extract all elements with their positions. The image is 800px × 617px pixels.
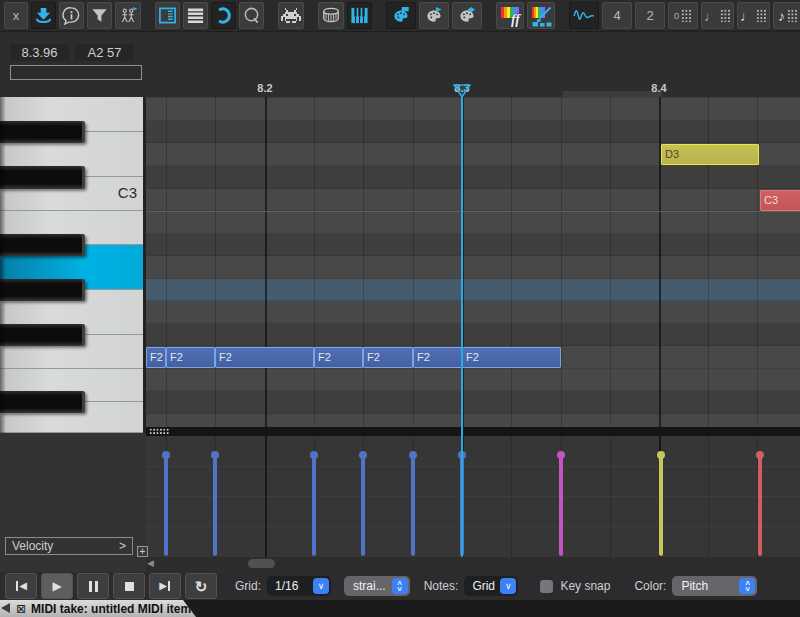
velocity-stem-yellow[interactable] (659, 453, 663, 556)
division-2-button[interactable]: 2 (635, 2, 665, 29)
grid-row-as2[interactable] (146, 234, 800, 256)
piano-key-ds2[interactable] (0, 391, 85, 413)
invader-icon (281, 7, 301, 24)
midi-take-tab[interactable]: ⊠ MIDI take: untitled MIDI item (0, 600, 200, 617)
color-velocity-button[interactable]: ff (496, 2, 524, 29)
velocity-stem-cap[interactable] (557, 451, 565, 459)
midi-note-f2[interactable]: F2 (166, 347, 215, 368)
grid-row-c3[interactable] (146, 189, 800, 211)
grid-row-b2[interactable] (146, 211, 800, 234)
division-4-button[interactable]: 4 (602, 2, 632, 29)
note-color-triangle-button[interactable] (419, 2, 449, 29)
velocity-lane[interactable] (146, 436, 800, 557)
dock-toggle-button[interactable] (211, 2, 236, 29)
piano-roll-grid[interactable]: F2F2F2F2F2F2F2D3C3 (146, 97, 800, 433)
midi-note-f2[interactable]: F2 (146, 347, 166, 368)
velocity-stem-cap[interactable] (310, 451, 318, 459)
color-mode-select[interactable]: Pitch ∧∨ (672, 576, 757, 596)
playhead-marker[interactable] (453, 84, 471, 102)
velocity-stem-red[interactable] (758, 453, 762, 556)
grid-row-gs2[interactable] (146, 279, 800, 301)
grid-size-dropdown[interactable]: 1/16 ∨ (267, 576, 331, 596)
cc-lane-selector[interactable]: Velocity > (5, 537, 133, 555)
velocity-grid-line (146, 526, 800, 527)
midi-note-f2[interactable]: F2 (413, 347, 462, 368)
lane-resize-grip-icon[interactable] (149, 428, 169, 435)
velocity-stem-magenta[interactable] (559, 453, 563, 556)
key-snap-checkbox[interactable] (540, 580, 553, 593)
velocity-stem-blue[interactable] (361, 453, 365, 556)
velocity-stem-cap[interactable] (359, 451, 367, 459)
piano-key-ds3[interactable] (0, 121, 85, 143)
pause-button[interactable] (77, 573, 109, 599)
scroll-left-arrow[interactable]: ◀ (147, 558, 154, 568)
note-whole-button[interactable]: o (668, 2, 698, 29)
note-half-button[interactable]: ♩ (701, 2, 734, 29)
horizontal-scrollbar-thumb[interactable] (248, 559, 275, 568)
grid-row-e2[interactable] (146, 369, 800, 391)
filter-events-button[interactable] (87, 2, 112, 29)
swing-select[interactable]: strai... ∧∨ (344, 576, 410, 596)
repeat-button[interactable]: ↻ (185, 573, 217, 599)
note-eighth-button[interactable]: ♪ (773, 2, 800, 29)
piano-key-cs3[interactable] (0, 166, 85, 189)
velocity-stem-blue[interactable] (312, 453, 316, 556)
velocity-stem-cap[interactable] (211, 451, 219, 459)
dock-editor-button[interactable] (31, 2, 56, 29)
event-list-view-button[interactable] (183, 2, 208, 29)
humanize-button[interactable] (115, 2, 141, 29)
grid-line (610, 97, 611, 433)
grid-line (363, 97, 364, 433)
q-icon (242, 6, 261, 25)
note-color-diamond-button[interactable] (452, 2, 482, 29)
filter-input[interactable] (10, 65, 142, 80)
note-color-rect-button[interactable] (386, 2, 416, 29)
ruler-mark: 8.2 (257, 82, 272, 94)
item-info-button[interactable] (59, 2, 84, 29)
velocity-stem-cap[interactable] (162, 451, 170, 459)
grid-row-a2[interactable] (146, 256, 800, 279)
grid-row-ds2[interactable] (146, 391, 800, 414)
drum-notation-button[interactable] (318, 2, 344, 29)
lane-divider[interactable] (146, 427, 800, 436)
stop-button[interactable] (113, 573, 145, 599)
go-to-start-button[interactable]: ◀ (5, 573, 37, 599)
piano-key-fs2[interactable] (0, 324, 85, 346)
grid-row-e3[interactable] (146, 98, 800, 121)
grid-row-fs2[interactable] (146, 324, 800, 346)
piano-key-gs2[interactable] (0, 279, 85, 301)
quantize-button[interactable] (239, 2, 264, 29)
note-length-dropdown[interactable]: Grid ∨ (464, 576, 518, 596)
panel-icon (158, 6, 177, 25)
midi-note-c3[interactable]: C3 (760, 190, 800, 211)
midi-note-f2[interactable]: F2 (363, 347, 413, 368)
velocity-stem-blue[interactable] (164, 453, 168, 556)
midi-note-f2[interactable]: F2 (314, 347, 363, 368)
piano-key-as2[interactable] (0, 234, 85, 256)
go-to-end-button[interactable]: ▶ (149, 573, 181, 599)
midi-note-f2[interactable]: F2 (215, 347, 314, 368)
velocity-stem-blue[interactable] (411, 453, 415, 556)
midi-note-f2[interactable]: F2 (462, 347, 561, 368)
grid-row-cs3[interactable] (146, 166, 800, 189)
note-quarter-button[interactable]: ♩ (737, 2, 770, 29)
piano-roll-view-button[interactable] (347, 2, 372, 29)
velocity-stem-cap[interactable] (409, 451, 417, 459)
play-button[interactable]: ▶ (41, 573, 73, 599)
toolbar: xff42o♩♩♪ (0, 0, 800, 32)
velocity-stem-cap[interactable] (756, 451, 764, 459)
velocity-stem-cap[interactable] (657, 451, 665, 459)
grid-row-ds3[interactable] (146, 121, 800, 143)
grid-row-g2[interactable] (146, 301, 800, 324)
division-4-label: 4 (613, 9, 620, 22)
cc-envelope-button[interactable] (569, 2, 599, 29)
velocity-stem-blue[interactable] (213, 453, 217, 556)
color-paint-button[interactable] (527, 2, 555, 29)
midi-note-d3[interactable]: D3 (661, 144, 759, 165)
named-notes-view-button[interactable] (155, 2, 180, 29)
step-sequencer-button[interactable] (278, 2, 304, 29)
timeline-ruler[interactable]: 8.28.38.4 (146, 80, 800, 98)
piano-keyboard[interactable]: C3 (0, 97, 146, 433)
close-button[interactable]: x (4, 2, 28, 29)
add-lane-button[interactable]: + (137, 546, 148, 557)
